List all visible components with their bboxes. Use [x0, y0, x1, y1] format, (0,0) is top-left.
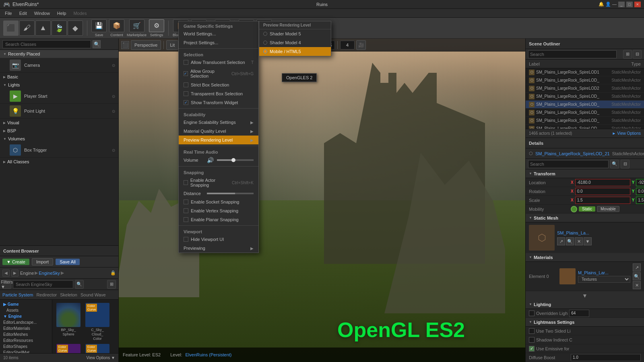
save-all-button[interactable]: Save All [56, 259, 80, 265]
mesh-clear-button[interactable]: ✕ [575, 237, 583, 245]
maximize-button[interactable]: □ [626, 2, 633, 7]
level-link[interactable]: ElvenRuins (Persistent) [186, 352, 232, 357]
breadcrumb-engine[interactable]: Engine [20, 271, 34, 276]
table-row[interactable]: ⬡ SM_Plains_LargeRock_SpireLOD_ StaticMe… [526, 109, 644, 117]
material-arrow-button[interactable]: ↗ [633, 263, 641, 272]
toolbar-marketplace[interactable]: 🛒 Marketplace [127, 19, 147, 37]
folder-item[interactable]: EditorMaterials [0, 325, 52, 331]
search-classes-input[interactable] [2, 40, 91, 48]
cb-search-button[interactable]: 🔍 [75, 280, 84, 289]
scale-y-input[interactable] [636, 197, 644, 204]
material-collapse-row[interactable]: ▼ [526, 291, 644, 300]
menu-window[interactable]: Window [31, 10, 53, 16]
material-name[interactable]: M_Plains_Lar... [578, 270, 630, 275]
folder-item[interactable]: ▼ Engine [0, 313, 52, 319]
shader-model-4-item[interactable]: Shader Model 4 [259, 38, 331, 47]
lit-button[interactable]: Lit [166, 40, 178, 50]
shader-model-5-item[interactable]: Shader Model 5 [259, 29, 331, 38]
override-lighting-checkbox[interactable] [529, 311, 535, 316]
tab-sound-wave[interactable]: Sound Wave [80, 292, 106, 297]
perspective-button[interactable]: Perspective [131, 40, 161, 50]
world-settings-item[interactable]: World Settings... [179, 29, 258, 38]
material-dropdown[interactable]: Textures [578, 276, 630, 283]
hide-viewport-ui-item[interactable]: Hide Viewport UI [179, 235, 258, 244]
outliner-filter-button[interactable]: ⊞ [623, 50, 632, 59]
override-lighting-input[interactable] [569, 310, 589, 317]
mesh-browse-button[interactable]: 🔍 [566, 237, 574, 245]
list-item[interactable]: ColorCurve C_Sky_Cloud_Color [84, 302, 111, 341]
details-object-name[interactable]: SM_Plains_LargeRock_SpireLOD_21 [535, 151, 610, 156]
details-search-button[interactable]: 🔍 [610, 160, 619, 169]
location-y-input[interactable] [636, 179, 644, 186]
view-options-button[interactable]: ► View Options [612, 131, 641, 136]
list-item[interactable]: ColorCurve C_Sky_Horizon_Color [55, 343, 82, 353]
filters-button[interactable]: Filters ▼ [2, 280, 11, 289]
previewing-item[interactable]: Previewing ▶ [179, 244, 258, 253]
category-basic[interactable]: ▶ Basic [0, 73, 118, 81]
location-x-input[interactable] [575, 179, 630, 186]
enable-actor-item[interactable]: Enable Actor Snapping Ctrl+Shift+K [179, 176, 258, 189]
table-row[interactable]: ⬡ SM_Plains_LargeRock_SpireLOD StaticMes… [526, 125, 644, 129]
menu-edit[interactable]: Edit [16, 10, 30, 16]
close-button[interactable]: ✕ [634, 2, 641, 7]
minimize-button[interactable]: _ [618, 2, 625, 7]
table-row[interactable]: ⬡ SM_Plains_LargeRock_SpireLOD2 StaticMe… [526, 84, 644, 93]
lighting-section-header[interactable]: ▼ Lighting [526, 300, 644, 309]
allow-group-item[interactable]: Allow Group Selection Ctrl+Shift+G [179, 67, 258, 80]
view-options-button[interactable]: View Options ▼ [87, 356, 115, 360]
diffuse-boost-input[interactable] [571, 354, 641, 361]
toolbar-save[interactable]: 💾 Save [91, 19, 107, 37]
category-volumes[interactable]: ▼ Volumes [0, 135, 118, 143]
engine-scalability-item[interactable]: Engine Scalability Settings ▶ [179, 118, 258, 127]
category-recently-placed[interactable]: ▼ Recently Placed [0, 50, 118, 58]
list-item[interactable]: 💡 Point Light ⊙ [0, 104, 118, 119]
mesh-search-button[interactable]: ↗ [557, 237, 565, 245]
breadcrumb-enginesky[interactable]: EngineSky [39, 271, 60, 276]
folder-item[interactable]: EditorShellMat... [0, 350, 52, 353]
rotation-y-input[interactable] [636, 188, 644, 195]
toolbar-content[interactable]: 📦 Content [109, 19, 124, 37]
camera-speed-input[interactable] [340, 41, 355, 49]
list-item[interactable]: ⬡ Box Trigger ⊙ [0, 143, 118, 158]
folder-item[interactable]: EditorResources [0, 337, 52, 343]
mode-place[interactable]: ⬛ [3, 21, 19, 36]
tab-particle-system[interactable]: Particle System [2, 292, 33, 297]
mode-paint[interactable]: 🖌 [19, 21, 35, 36]
category-bsp[interactable]: ▶ BSP [0, 127, 118, 135]
distance-slider[interactable] [207, 193, 254, 194]
cb-grid-button[interactable]: ⊞ [107, 280, 116, 289]
two-sided-checkbox[interactable] [529, 328, 535, 334]
toolbar-settings[interactable]: ⚙ Settings [149, 19, 164, 37]
table-row[interactable]: ⬡ SM_Plains_LargeRock_SpireLOD_ StaticMe… [526, 117, 644, 125]
outliner-settings-button[interactable]: ⊟ [633, 50, 642, 59]
show-transform-item[interactable]: Show Transform Widget [179, 98, 258, 107]
material-quality-item[interactable]: Material Quality Level ▶ [179, 127, 258, 136]
nav-forward-button[interactable]: ▶ [11, 269, 19, 277]
tab-redirector[interactable]: Redirector [36, 292, 57, 297]
folder-item[interactable]: ▶ Game [0, 301, 52, 307]
allow-translucent-item[interactable]: Allow Translucent Selection T [179, 58, 258, 67]
material-search-button[interactable]: 🔍 [633, 272, 641, 280]
camera-speed-icon[interactable]: 🎥 [356, 40, 366, 50]
menu-file[interactable]: File [2, 10, 15, 16]
details-lock-button[interactable]: ⊟ [621, 160, 630, 169]
static-mesh-section-header[interactable]: ▼ Static Mesh [526, 214, 644, 222]
folder-item[interactable]: EditorLandscape... [0, 319, 52, 325]
details-search-input[interactable] [528, 160, 609, 168]
list-item[interactable]: ColorCurve C_Sky_Zenith_Color [84, 343, 111, 353]
transform-section-header[interactable]: ▼ Transform [526, 169, 644, 178]
list-item[interactable]: 📷 Camera ⊙ [0, 58, 118, 73]
viewport-toggle[interactable]: ⬛ [121, 41, 129, 49]
table-row[interactable]: ⬡ SM_Plains_LargeRock_SpireLOD1 StaticMe… [526, 68, 644, 76]
category-visual[interactable]: ▶ Visual [0, 119, 118, 127]
rotation-x-input[interactable] [575, 188, 630, 195]
tab-skeleton[interactable]: Skeleton [60, 292, 77, 297]
preview-rendering-item[interactable]: Preview Rendering Level ▶ [179, 136, 258, 144]
category-all-classes[interactable]: ▶ All Classes [0, 158, 118, 166]
enable-planar-item[interactable]: Enable Planar Snapping [179, 215, 258, 224]
movable-button[interactable]: Movable [597, 206, 619, 212]
nav-back-button[interactable]: ◀ [2, 269, 10, 277]
mesh-collapse-button[interactable]: ▼ [584, 237, 592, 245]
folder-item[interactable]: EditorShapes [0, 343, 52, 350]
strict-box-item[interactable]: Strict Box Selection [179, 80, 258, 89]
